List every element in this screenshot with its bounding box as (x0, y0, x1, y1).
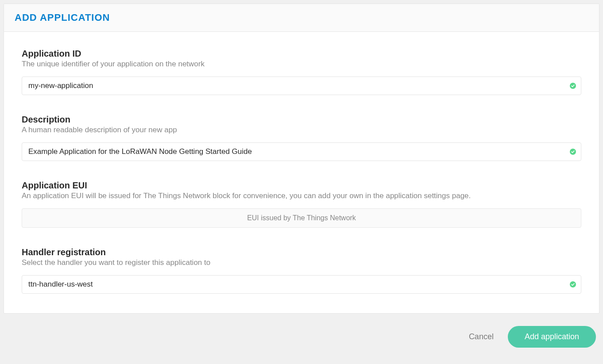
application-eui-static: EUI issued by The Things Network (22, 208, 581, 228)
add-application-panel: ADD APPLICATION Application ID The uniqu… (4, 4, 599, 314)
add-application-button[interactable]: Add application (508, 326, 596, 348)
description-input[interactable] (22, 142, 581, 161)
application-id-input[interactable] (22, 77, 581, 95)
svg-point-2 (570, 281, 576, 287)
field-handler-registration: Handler registration Select the handler … (22, 247, 581, 294)
application-id-label: Application ID (22, 49, 581, 59)
checkmark-icon (570, 83, 576, 89)
handler-label: Handler registration (22, 247, 581, 257)
handler-select[interactable] (22, 275, 581, 294)
svg-point-0 (570, 83, 576, 89)
checkmark-icon (570, 149, 576, 155)
page-title: ADD APPLICATION (15, 12, 588, 23)
field-application-id: Application ID The unique identifier of … (22, 49, 581, 95)
panel-header: ADD APPLICATION (4, 4, 599, 32)
form-footer: Cancel Add application (4, 314, 599, 348)
cancel-button[interactable]: Cancel (469, 332, 494, 341)
handler-desc: Select the handler you want to register … (22, 258, 581, 267)
checkmark-icon (570, 281, 576, 287)
panel-body: Application ID The unique identifier of … (4, 32, 599, 313)
svg-point-1 (570, 149, 576, 155)
handler-input-wrap (22, 275, 581, 294)
field-application-eui: Application EUI An application EUI will … (22, 180, 581, 228)
field-description: Description A human readable description… (22, 115, 581, 161)
application-eui-desc: An application EUI will be issued for Th… (22, 192, 581, 200)
application-id-input-wrap (22, 77, 581, 95)
description-label: Description (22, 115, 581, 125)
application-id-desc: The unique identifier of your applicatio… (22, 60, 581, 69)
application-eui-label: Application EUI (22, 180, 581, 191)
description-desc: A human readable description of your new… (22, 126, 581, 134)
description-input-wrap (22, 142, 581, 161)
